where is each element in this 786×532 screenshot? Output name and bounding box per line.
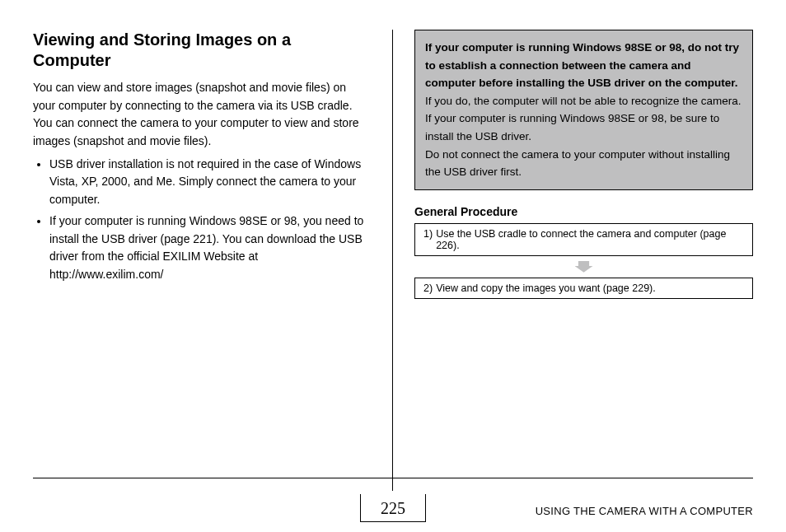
step-text: View and copy the images you want (page … <box>436 282 656 294</box>
warning-line: If you do, the computer will not be able… <box>425 95 741 107</box>
two-column-layout: Viewing and Storing Images on a Computer… <box>33 30 753 458</box>
right-column: If your computer is running Windows 98SE… <box>393 30 753 458</box>
intro-paragraph: You can view and store images (snapshot … <box>33 79 372 151</box>
page-heading: Viewing and Storing Images on a Computer <box>33 30 372 71</box>
down-arrow-icon <box>575 261 593 273</box>
step-box-1: 1) Use the USB cradle to connect the cam… <box>414 223 753 256</box>
step-number: 1) <box>423 228 433 251</box>
left-column: Viewing and Storing Images on a Computer… <box>33 30 393 458</box>
footer-rule <box>33 478 753 478</box>
step-text: Use the USB cradle to connect the camera… <box>436 228 744 251</box>
step-number: 2) <box>423 282 433 294</box>
list-item: USB driver installation is not required … <box>49 156 372 209</box>
warning-box: If your computer is running Windows 98SE… <box>414 30 753 190</box>
section-label: USING THE CAMERA WITH A COMPUTER <box>536 505 753 517</box>
bullet-list: USB driver installation is not required … <box>33 156 372 284</box>
list-item: If your computer is running Windows 98SE… <box>49 212 372 284</box>
procedure-subheading: General Procedure <box>414 205 753 218</box>
document-page: Viewing and Storing Images on a Computer… <box>0 0 786 532</box>
warning-line: If your computer is running Windows 98SE… <box>425 112 719 142</box>
arrow-container <box>414 261 753 273</box>
warning-bold-text: If your computer is running Windows 98SE… <box>425 39 742 92</box>
footer-row: USING THE CAMERA WITH A COMPUTER <box>33 505 753 517</box>
step-box-2: 2) View and copy the images you want (pa… <box>414 278 753 299</box>
warning-line: Do not connect the camera to your comput… <box>425 148 730 179</box>
